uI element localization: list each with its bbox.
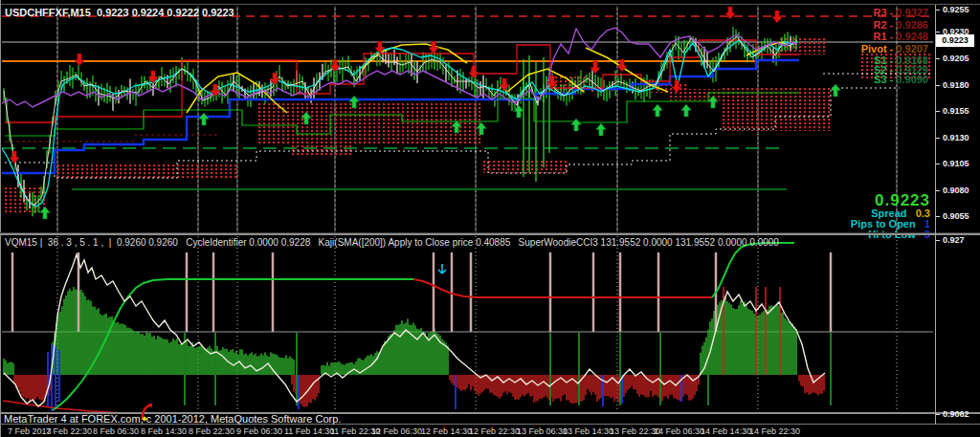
time-axis-label: 14 Feb 06:30 (654, 426, 704, 436)
info-row-spread: Spread 0.3 (871, 208, 930, 218)
oscillator-chart-canvas[interactable] (2, 236, 933, 412)
buy-arrow-icon (596, 123, 607, 136)
buy-arrow-icon (681, 104, 692, 117)
time-axis-label: 14 Feb 22:30 (749, 426, 800, 436)
buy-arrow-icon (653, 104, 663, 117)
sell-arrow-icon (429, 41, 439, 54)
price-axis-label: 0.9080 (943, 186, 969, 195)
buy-arrow-icon (571, 119, 582, 131)
window-left-border (0, 0, 1, 437)
time-axis-label: 13 Feb 06:30 (517, 426, 568, 436)
indicator-header: VQM15 | 36 . 3 , 5 . 1 , | 0.9260 0.9260… (5, 237, 779, 248)
chart-title: USDCHFFXF,M15 0.9223 0.9224 0.9222 0.922… (5, 7, 234, 18)
price-chart-canvas[interactable] (2, 6, 933, 232)
status-bar-text: MetaTrader 4 at FOREX.com, c 2001-2012, … (4, 413, 341, 425)
time-axis-label: 7 Feb 2013 (8, 426, 52, 436)
price-axis-label: 0.9180 (943, 80, 969, 90)
time-axis-label: 12 Feb 22:30 (469, 426, 520, 436)
sell-arrow-icon (590, 61, 601, 74)
price-axis-label: 0.9205 (943, 54, 969, 63)
sell-arrow-icon (10, 151, 20, 164)
pivot-level-s3: S3 - 0.9090 (874, 74, 928, 86)
price-axis-label: 0.9105 (943, 159, 969, 168)
pivot-level-r1: R1 - 0.9248 (873, 31, 928, 43)
time-axis-label: 12 Feb 06:30 (371, 426, 422, 436)
time-axis-label: 8 Feb 14:30 (141, 426, 187, 436)
pivot-level-r3: R3 - 0.9327 (873, 7, 928, 19)
price-axis-label: 0.9255 (943, 5, 969, 14)
buy-arrow-icon (199, 113, 210, 125)
window-top-border (0, 4, 980, 5)
price-axis-label: 0.9055 (943, 211, 969, 221)
info-row-pips-to-open: Pips to Open 1 (851, 218, 930, 229)
time-axis-label: 12 Feb 14:30 (421, 426, 472, 436)
sell-arrow-icon (469, 66, 479, 78)
cyan-signal-arrow-icon (438, 264, 446, 273)
symbol-period-label: USDCHFFXF,M15 (5, 7, 91, 18)
time-axis-label: 11 Feb 14:30 (284, 426, 334, 436)
metatrader-chart-window: USDCHFFXF,M15 0.9223 0.9224 0.9222 0.922… (0, 0, 980, 437)
time-axis-label: 9 Feb 06:30 (236, 426, 282, 436)
time-axis-label: 8 Feb 22:30 (189, 426, 234, 436)
time-axis-label: 7 Feb 22:30 (46, 426, 92, 436)
time-axis-label: 8 Feb 06:30 (93, 426, 139, 436)
buy-arrow-icon (831, 84, 841, 97)
sell-arrow-icon (375, 41, 386, 54)
time-axis-label: 13 Feb 14:30 (563, 426, 613, 436)
sell-arrow-icon (725, 7, 736, 19)
price-axis-label: 0.9062 (943, 409, 969, 419)
panel-divider[interactable] (0, 233, 980, 235)
price-axis-separator (935, 5, 936, 425)
sell-arrow-icon (772, 11, 783, 23)
cursor-arrow-icon (140, 403, 157, 422)
price-axis-label: 0.927 (943, 235, 965, 245)
time-axis-label: 14 Feb 14:30 (701, 426, 751, 436)
sell-arrow-icon (75, 54, 85, 66)
price-axis-label: 0.9155 (943, 106, 969, 116)
ohlc-values: 0.9223 0.9224 0.9222 0.9223 (91, 7, 234, 18)
price-axis-label: 0.9130 (943, 133, 969, 142)
current-price-box: 0.9223 (936, 34, 974, 47)
